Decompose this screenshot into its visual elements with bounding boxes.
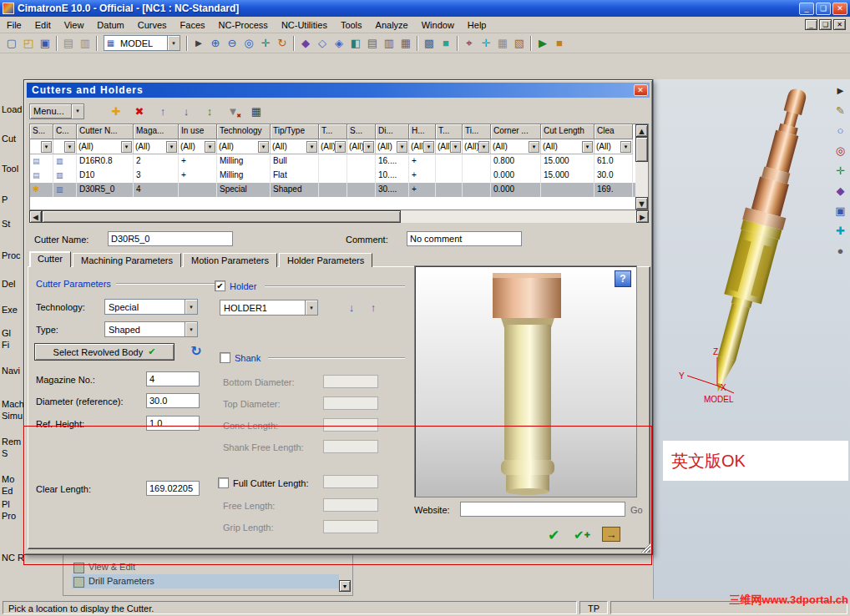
chevron-down-icon[interactable]: ▼ [121, 141, 132, 153]
menu-tools[interactable]: Tools [334, 18, 369, 33]
left-panel-label[interactable]: Navi [2, 366, 20, 376]
ref-height-input[interactable] [146, 416, 200, 431]
ok-button[interactable]: ✔ [545, 527, 562, 543]
shaded-view-icon[interactable]: ◆ [297, 35, 314, 52]
chevron-down-icon[interactable]: ▼ [423, 141, 434, 153]
scroll-up-button[interactable]: ▲ [635, 124, 648, 137]
comment-input[interactable] [407, 231, 522, 246]
mdi-close-button[interactable]: ✕ [833, 19, 846, 30]
open-file-icon[interactable]: ◰ [20, 35, 37, 52]
list-item[interactable]: Drill Parameters [72, 574, 339, 588]
table-row[interactable]: ✱▥D30R5_04SpecialShaped30....+0.000169. [30, 183, 648, 197]
left-panel-label[interactable]: Mo [2, 474, 14, 484]
column-header[interactable]: Corner ... [491, 124, 541, 139]
tab-cutter[interactable]: Cutter [29, 251, 71, 267]
viewport[interactable]: Y Z X MODEL 英文版OK [653, 79, 850, 599]
left-panel-label[interactable]: Simu [2, 411, 23, 421]
column-header[interactable]: T... [436, 124, 463, 139]
add-icon[interactable]: ✚ [832, 222, 849, 239]
table-vertical-scrollbar[interactable]: ▲ ▼ [635, 124, 648, 210]
table-row[interactable]: ▤▥D16R0.82+MillingBull16....+0.80015.000… [30, 154, 648, 169]
cutter-catalog-icon[interactable]: ▦ [248, 103, 265, 119]
exit-button[interactable]: → [602, 527, 620, 542]
chevron-down-icon[interactable]: ▼ [582, 141, 593, 153]
iso-view-icon[interactable]: ◧ [347, 35, 364, 52]
column-header[interactable]: Maga... [134, 124, 179, 139]
mdi-restore-button[interactable]: ❏ [819, 19, 832, 30]
new-file-icon[interactable]: ▢ [3, 35, 20, 52]
print-preview-icon[interactable]: ▥ [77, 35, 94, 52]
dialog-close-button[interactable]: ✕ [634, 84, 648, 96]
table-horizontal-scrollbar[interactable]: ◄ ► [29, 210, 649, 223]
minimize-button[interactable]: _ [799, 3, 814, 15]
column-header[interactable]: Technology [217, 124, 271, 139]
scroll-left-button[interactable]: ◄ [29, 210, 42, 223]
menu-curves[interactable]: Curves [131, 18, 174, 33]
column-filter[interactable]: ▼ [30, 139, 53, 154]
wireframe-view-icon[interactable]: ◇ [314, 35, 331, 52]
tab-motion-parameters[interactable]: Motion Parameters [183, 253, 277, 267]
chevron-down-icon[interactable]: ▼ [450, 141, 461, 153]
diameter-input[interactable] [146, 393, 200, 408]
select-tool-icon[interactable]: ► [832, 82, 849, 98]
right-view-icon[interactable]: ▦ [397, 35, 414, 52]
left-panel-label[interactable]: Load [2, 104, 22, 114]
select-revolved-body-button[interactable]: Select Revolved Body ✔ [34, 343, 175, 361]
column-filter[interactable]: (All)▼ [319, 139, 347, 154]
list-item[interactable]: View & Edit [72, 560, 339, 574]
column-filter[interactable]: (All)▼ [271, 139, 319, 154]
table-row[interactable]: ▤▥D103+MillingFlat10....+0.00015.00030.0 [30, 169, 648, 183]
chevron-down-icon[interactable]: ▼ [41, 141, 52, 153]
scrollbar-thumb[interactable] [42, 210, 401, 223]
chevron-down-icon[interactable]: ▼ [258, 141, 269, 153]
left-panel-label[interactable]: Tool [2, 164, 18, 174]
left-panel-label[interactable]: Rem [2, 437, 21, 447]
refresh-icon[interactable]: ↻ [188, 342, 205, 359]
go-button[interactable]: Go [630, 505, 643, 515]
chevron-down-icon[interactable]: ▼ [620, 141, 631, 153]
column-filter[interactable]: (All)▼ [347, 139, 376, 154]
tab-machining-parameters[interactable]: Machining Parameters [73, 253, 181, 267]
menu-faces[interactable]: Faces [174, 18, 212, 33]
simulate-icon[interactable]: ▶ [534, 35, 551, 52]
save-holder-icon[interactable]: ↑ [365, 299, 382, 316]
zoom-in-icon[interactable]: ⊕ [207, 35, 224, 52]
dialog-title-bar[interactable]: Cutters and Holders ✕ [27, 83, 650, 98]
close-button[interactable]: ✕ [832, 3, 847, 15]
column-filter[interactable]: (All)▼ [77, 139, 134, 154]
left-panel-label[interactable]: P [2, 194, 8, 204]
left-panel-label[interactable]: Gl [2, 328, 11, 338]
restore-button[interactable]: ❏ [816, 3, 831, 15]
left-panel-label[interactable]: St [2, 219, 10, 229]
cutter-name-input[interactable] [108, 231, 233, 246]
column-filter[interactable]: (All)▼ [376, 139, 409, 154]
menu-datum[interactable]: Datum [90, 18, 130, 33]
column-header[interactable]: Cut Length [541, 124, 594, 139]
sketch-pencil-icon[interactable]: ✎ [832, 102, 849, 119]
left-panel-label[interactable]: Del [2, 279, 16, 289]
menu-nc-process[interactable]: NC-Process [212, 18, 275, 33]
dot-icon[interactable]: ● [832, 242, 849, 259]
column-header[interactable]: S... [347, 124, 376, 139]
technology-select[interactable]: Special ▼ [104, 299, 198, 315]
column-header[interactable]: Cutter N... [77, 124, 134, 139]
column-header[interactable]: C... [53, 124, 77, 139]
solid-icon[interactable]: ▣ [832, 202, 849, 219]
left-panel-label[interactable]: Pro [2, 511, 16, 521]
column-header[interactable]: Di... [376, 124, 409, 139]
chevron-down-icon[interactable]: ▼ [363, 141, 374, 153]
scroll-down-button[interactable]: ▼ [635, 197, 648, 210]
import-cutter-icon[interactable]: ↓ [178, 103, 195, 119]
render-icon[interactable]: ■ [438, 35, 454, 52]
left-panel-label[interactable]: Cut [2, 134, 16, 144]
left-panel-label[interactable]: Fi [2, 340, 9, 350]
column-header[interactable]: Clea [594, 124, 633, 139]
menu-dropdown[interactable]: Menu... ▼ [29, 104, 84, 119]
left-panel-label[interactable]: Pl [2, 499, 10, 509]
column-filter[interactable]: (All)▼ [541, 139, 594, 154]
column-filter[interactable]: (All)▼ [594, 139, 633, 154]
chevron-down-icon[interactable]: ▼ [64, 141, 75, 153]
column-header[interactable]: Tip/Type [271, 124, 319, 139]
front-view-icon[interactable]: ▥ [381, 35, 397, 52]
menu-view[interactable]: View [58, 18, 91, 33]
